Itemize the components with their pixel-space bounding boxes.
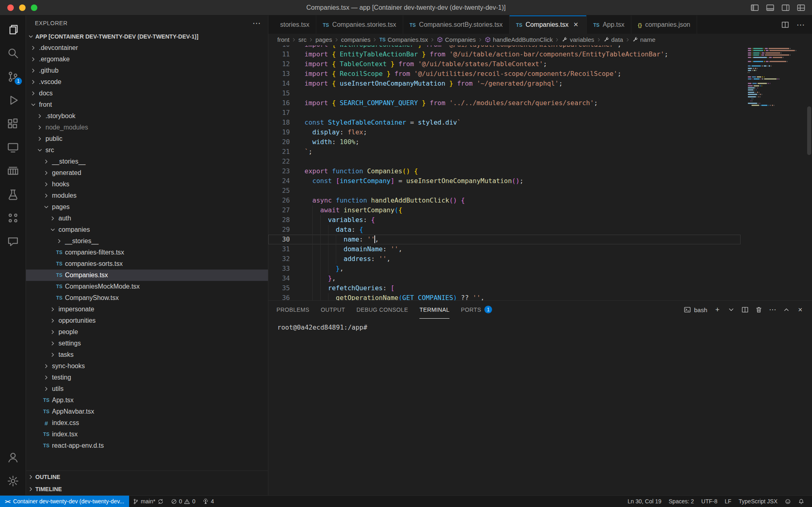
breadcrumb-item-variables[interactable]: variables (561, 36, 594, 43)
tree-item-index.tsx[interactable]: TSindex.tsx (26, 429, 268, 440)
code-line-18[interactable]: 18const StyledTableContainer = styled.di… (268, 118, 741, 127)
customize-layout-icon[interactable] (797, 3, 806, 12)
terminal-shell-picker[interactable]: bash (684, 306, 707, 313)
eol-status[interactable]: LF (721, 498, 735, 505)
terminal-profiles-chevron-icon[interactable] (728, 306, 735, 313)
code-line-20[interactable]: 20 width: 100%; (268, 137, 741, 147)
activity-comments-button[interactable] (0, 230, 26, 253)
activity-organization-button[interactable] (0, 206, 26, 230)
code-line-30[interactable]: 30 name: '', (268, 235, 741, 244)
tree-item-.devcontainer[interactable]: .devcontainer (26, 42, 268, 54)
tree-item-settings[interactable]: settings (26, 338, 268, 349)
tree-item-companies[interactable]: companies (26, 224, 268, 235)
code-line-15[interactable]: 15 (268, 88, 741, 98)
terminal-output[interactable]: root@0a42ecd84891:/app# (268, 319, 812, 495)
editor[interactable]: 10import { WithTopBarContainer } from '@… (268, 45, 741, 300)
code-line-31[interactable]: 31 domainName: '', (268, 244, 741, 254)
panel-tab-terminal[interactable]: TERMINAL (419, 301, 449, 319)
maximize-panel-icon[interactable] (783, 306, 790, 313)
close-tab-icon[interactable]: × (572, 20, 580, 29)
activity-extensions-button[interactable] (0, 112, 26, 136)
code-line-34[interactable]: 34 }, (268, 274, 741, 283)
tree-item-__stories__[interactable]: __stories__ (26, 156, 268, 167)
breadcrumb-item-Companies[interactable]: Companies (437, 36, 476, 43)
tree-item-generated[interactable]: generated (26, 167, 268, 179)
tree-item-sync-hooks[interactable]: sync-hooks (26, 360, 268, 372)
tree-item-tasks[interactable]: tasks (26, 349, 268, 360)
code-line-12[interactable]: 12import { TableContext } from '@/ui/tab… (268, 59, 741, 69)
outline-section-header[interactable]: OUTLINE (26, 471, 268, 483)
tree-item-front[interactable]: front (26, 99, 268, 110)
toggle-panel-icon[interactable] (766, 3, 775, 12)
code-line-21[interactable]: 21`; (268, 147, 741, 157)
tree-item-CompaniesMockMode.tsx[interactable]: TSCompaniesMockMode.tsx (26, 281, 268, 292)
code-line-33[interactable]: 33 }, (268, 264, 741, 274)
tree-item-impersonate[interactable]: impersonate (26, 304, 268, 315)
activity-explorer-button[interactable] (0, 18, 26, 41)
editor-more-actions-icon[interactable]: ⋯ (797, 21, 805, 29)
code-line-11[interactable]: 11import { EntityTableActionBar } from '… (268, 50, 741, 59)
code-line-23[interactable]: 23export function Companies() { (268, 166, 741, 176)
tree-item-hooks[interactable]: hooks (26, 179, 268, 190)
breadcrumb-item-front[interactable]: front (277, 36, 289, 43)
activity-docker-button[interactable] (0, 159, 26, 183)
tree-item-App.tsx[interactable]: TSApp.tsx (26, 395, 268, 406)
code-line-26[interactable]: 26 async function handleAddButtonClick()… (268, 196, 741, 205)
tree-item-opportunities[interactable]: opportunities (26, 315, 268, 326)
zoom-window-button[interactable] (31, 4, 37, 11)
panel-tab-ports[interactable]: PORTS1 (461, 301, 492, 319)
panel-tab-debug-console[interactable]: DEBUG CONSOLE (356, 301, 408, 319)
panel-more-actions-icon[interactable]: ⋯ (769, 306, 776, 313)
tab-companies.json[interactable]: {}companies.json (631, 15, 697, 34)
remote-indicator[interactable]: >< Container dev-twenty-dev (dev-twenty-… (0, 496, 129, 507)
tree-item-AppNavbar.tsx[interactable]: TSAppNavbar.tsx (26, 406, 268, 417)
language-status[interactable]: TypeScript JSX (735, 498, 781, 505)
close-panel-icon[interactable]: × (797, 306, 804, 313)
tree-item-pages[interactable]: pages (26, 201, 268, 213)
activity-testing-button[interactable] (0, 183, 26, 206)
new-terminal-icon[interactable]: + (714, 306, 721, 313)
breadcrumb-item-name[interactable]: name (632, 36, 656, 43)
tree-item-people[interactable]: people (26, 326, 268, 338)
tree-item-.vscode[interactable]: .vscode (26, 76, 268, 88)
tab-stories.tsx[interactable]: stories.tsx (268, 15, 316, 34)
editor-scrollbar[interactable] (807, 106, 811, 155)
code-line-28[interactable]: 28 variables: { (268, 215, 741, 225)
cursor-position-status[interactable]: Ln 30, Col 19 (624, 498, 665, 505)
tree-item-docs[interactable]: docs (26, 88, 268, 99)
explorer-section-header[interactable]: APP [CONTAINER DEV-TWENTY-DEV (DEV-TWENT… (26, 31, 268, 42)
tree-item-testing[interactable]: testing (26, 372, 268, 383)
tree-item-auth[interactable]: auth (26, 213, 268, 224)
code-line-36[interactable]: 36 getOperationName(GET_COMPANIES) ?? ''… (268, 293, 741, 300)
explorer-more-actions-icon[interactable]: ⋯ (253, 19, 261, 27)
code-line-17[interactable]: 17 (268, 108, 741, 118)
tree-item-__stories__[interactable]: __stories__ (26, 235, 268, 247)
tree-item-index.css[interactable]: #index.css (26, 417, 268, 429)
code-line-16[interactable]: 16import { SEARCH_COMPANY_QUERY } from '… (268, 98, 741, 108)
toggle-sidebar-icon[interactable] (750, 3, 759, 12)
activity-source-control-button[interactable]: 1 (0, 65, 26, 88)
tab-Companies.sortBy.stories.tsx[interactable]: TSCompanies.sortBy.stories.tsx (403, 15, 510, 34)
code-line-35[interactable]: 35 refetchQueries: [ (268, 283, 741, 293)
tab-App.tsx[interactable]: TSApp.tsx (587, 15, 631, 34)
tree-item-node_modules[interactable]: node_modules (26, 122, 268, 133)
tree-item-src[interactable]: src (26, 145, 268, 156)
code-line-27[interactable]: 27 await insertCompany({ (268, 205, 741, 215)
code-line-19[interactable]: 19 display: flex; (268, 127, 741, 137)
activity-remote-explorer-button[interactable] (0, 136, 26, 159)
tree-item-.ergomake[interactable]: .ergomake (26, 54, 268, 65)
code-line-25[interactable]: 25 (268, 186, 741, 196)
tree-item-utils[interactable]: utils (26, 383, 268, 395)
panel-tab-output[interactable]: OUTPUT (321, 301, 345, 319)
minimap[interactable] (745, 45, 806, 300)
breadcrumb-item-handleAddButtonClick[interactable]: handleAddButtonClick (485, 36, 553, 43)
split-editor-icon[interactable] (781, 21, 789, 29)
code-line-29[interactable]: 29 data: { (268, 225, 741, 235)
tree-item-CompanyShow.tsx[interactable]: TSCompanyShow.tsx (26, 292, 268, 304)
toggle-secondary-sidebar-icon[interactable] (781, 3, 790, 12)
code-line-24[interactable]: 24 const [insertCompany] = useInsertOneC… (268, 176, 741, 186)
tree-item-Companies.tsx[interactable]: TSCompanies.tsx (26, 270, 268, 281)
feedback-status[interactable] (781, 498, 795, 505)
activity-accounts-button[interactable] (0, 446, 26, 469)
panel-tab-problems[interactable]: PROBLEMS (276, 301, 309, 319)
